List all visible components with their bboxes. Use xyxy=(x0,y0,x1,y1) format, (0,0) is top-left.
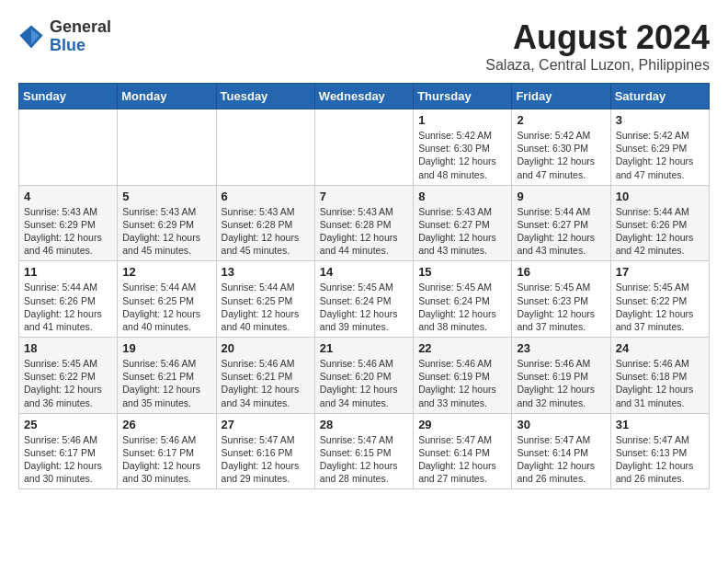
day-number: 8 xyxy=(418,190,506,203)
day-info: Sunrise: 5:46 AMSunset: 6:20 PMDaylight:… xyxy=(320,357,408,409)
week-row-5: 25Sunrise: 5:46 AMSunset: 6:17 PMDayligh… xyxy=(19,413,710,489)
logo-blue-text: Blue xyxy=(50,36,85,54)
day-cell: 9Sunrise: 5:44 AMSunset: 6:27 PMDaylight… xyxy=(512,185,610,261)
weekday-header-thursday: Thursday xyxy=(414,84,512,109)
day-info: Sunrise: 5:47 AMSunset: 6:13 PMDaylight:… xyxy=(616,433,704,486)
day-cell: 7Sunrise: 5:43 AMSunset: 6:28 PMDaylight… xyxy=(314,185,413,261)
day-number: 18 xyxy=(24,341,112,355)
calendar-header: SundayMondayTuesdayWednesdayThursdayFrid… xyxy=(19,84,710,109)
day-number: 10 xyxy=(616,190,704,203)
day-cell: 8Sunrise: 5:43 AMSunset: 6:27 PMDaylight… xyxy=(414,185,512,261)
day-info: Sunrise: 5:47 AMSunset: 6:15 PMDaylight:… xyxy=(320,433,408,486)
day-info: Sunrise: 5:47 AMSunset: 6:16 PMDaylight:… xyxy=(222,433,310,486)
day-cell: 11Sunrise: 5:44 AMSunset: 6:26 PMDayligh… xyxy=(19,261,118,338)
day-cell: 15Sunrise: 5:45 AMSunset: 6:24 PMDayligh… xyxy=(414,261,512,338)
day-info: Sunrise: 5:43 AMSunset: 6:28 PMDaylight:… xyxy=(222,205,310,258)
day-cell: 12Sunrise: 5:44 AMSunset: 6:25 PMDayligh… xyxy=(118,261,216,338)
day-number: 2 xyxy=(517,113,605,127)
header: General Blue August 2024 Salaza, Central… xyxy=(18,18,710,74)
day-cell: 10Sunrise: 5:44 AMSunset: 6:26 PMDayligh… xyxy=(610,185,709,261)
day-info: Sunrise: 5:43 AMSunset: 6:27 PMDaylight:… xyxy=(418,205,506,258)
logo-icon xyxy=(18,24,44,50)
day-cell: 26Sunrise: 5:46 AMSunset: 6:17 PMDayligh… xyxy=(118,413,216,489)
day-number: 26 xyxy=(122,418,210,431)
day-info: Sunrise: 5:42 AMSunset: 6:29 PMDaylight:… xyxy=(616,129,704,181)
day-number: 9 xyxy=(517,190,605,203)
day-number: 3 xyxy=(616,113,704,127)
day-number: 25 xyxy=(24,418,112,431)
week-row-2: 4Sunrise: 5:43 AMSunset: 6:29 PMDaylight… xyxy=(19,185,710,261)
day-info: Sunrise: 5:46 AMSunset: 6:19 PMDaylight:… xyxy=(517,357,605,409)
day-number: 21 xyxy=(320,341,408,355)
day-cell: 16Sunrise: 5:45 AMSunset: 6:23 PMDayligh… xyxy=(512,261,610,338)
day-cell: 21Sunrise: 5:46 AMSunset: 6:20 PMDayligh… xyxy=(314,338,413,414)
day-info: Sunrise: 5:44 AMSunset: 6:26 PMDaylight:… xyxy=(24,281,112,333)
day-info: Sunrise: 5:46 AMSunset: 6:17 PMDaylight:… xyxy=(122,433,210,486)
day-cell: 17Sunrise: 5:45 AMSunset: 6:22 PMDayligh… xyxy=(610,261,709,338)
day-info: Sunrise: 5:42 AMSunset: 6:30 PMDaylight:… xyxy=(418,129,506,181)
day-number: 29 xyxy=(418,418,506,431)
day-number: 24 xyxy=(616,341,704,355)
day-cell: 25Sunrise: 5:46 AMSunset: 6:17 PMDayligh… xyxy=(19,413,118,489)
day-number: 4 xyxy=(24,190,112,203)
day-cell: 14Sunrise: 5:45 AMSunset: 6:24 PMDayligh… xyxy=(314,261,413,338)
day-cell: 22Sunrise: 5:46 AMSunset: 6:19 PMDayligh… xyxy=(414,338,512,414)
day-number: 13 xyxy=(222,265,310,279)
day-info: Sunrise: 5:47 AMSunset: 6:14 PMDaylight:… xyxy=(517,433,605,486)
day-number: 15 xyxy=(418,265,506,279)
day-cell: 3Sunrise: 5:42 AMSunset: 6:29 PMDaylight… xyxy=(610,109,709,186)
calendar-table: SundayMondayTuesdayWednesdayThursdayFrid… xyxy=(18,83,710,489)
day-number: 16 xyxy=(517,265,605,279)
day-info: Sunrise: 5:42 AMSunset: 6:30 PMDaylight:… xyxy=(517,129,605,181)
day-info: Sunrise: 5:47 AMSunset: 6:14 PMDaylight:… xyxy=(418,433,506,486)
week-row-1: 1Sunrise: 5:42 AMSunset: 6:30 PMDaylight… xyxy=(19,109,710,186)
day-number: 28 xyxy=(320,418,408,431)
day-cell: 30Sunrise: 5:47 AMSunset: 6:14 PMDayligh… xyxy=(512,413,610,489)
week-row-4: 18Sunrise: 5:45 AMSunset: 6:22 PMDayligh… xyxy=(19,338,710,414)
day-number: 22 xyxy=(418,341,506,355)
day-cell: 19Sunrise: 5:46 AMSunset: 6:21 PMDayligh… xyxy=(118,338,216,414)
day-info: Sunrise: 5:46 AMSunset: 6:21 PMDaylight:… xyxy=(222,357,310,409)
location: Salaza, Central Luzon, Philippines xyxy=(485,57,710,74)
day-info: Sunrise: 5:46 AMSunset: 6:21 PMDaylight:… xyxy=(122,357,210,409)
weekday-header-tuesday: Tuesday xyxy=(216,84,314,109)
day-cell: 5Sunrise: 5:43 AMSunset: 6:29 PMDaylight… xyxy=(118,185,216,261)
day-cell: 28Sunrise: 5:47 AMSunset: 6:15 PMDayligh… xyxy=(314,413,413,489)
logo-general-text: General xyxy=(50,17,111,36)
weekday-row: SundayMondayTuesdayWednesdayThursdayFrid… xyxy=(19,84,710,109)
weekday-header-sunday: Sunday xyxy=(19,84,118,109)
calendar-body: 1Sunrise: 5:42 AMSunset: 6:30 PMDaylight… xyxy=(19,109,710,489)
day-info: Sunrise: 5:44 AMSunset: 6:26 PMDaylight:… xyxy=(616,205,704,258)
day-number: 7 xyxy=(320,190,408,203)
weekday-header-monday: Monday xyxy=(118,84,216,109)
day-info: Sunrise: 5:44 AMSunset: 6:25 PMDaylight:… xyxy=(222,281,310,333)
day-cell xyxy=(118,109,216,186)
day-cell: 6Sunrise: 5:43 AMSunset: 6:28 PMDaylight… xyxy=(216,185,314,261)
day-cell xyxy=(314,109,413,186)
day-cell xyxy=(19,109,118,186)
day-cell: 31Sunrise: 5:47 AMSunset: 6:13 PMDayligh… xyxy=(610,413,709,489)
day-number: 11 xyxy=(24,265,112,279)
day-number: 1 xyxy=(418,113,506,127)
day-info: Sunrise: 5:43 AMSunset: 6:29 PMDaylight:… xyxy=(122,205,210,258)
day-info: Sunrise: 5:43 AMSunset: 6:29 PMDaylight:… xyxy=(24,205,112,258)
day-cell: 23Sunrise: 5:46 AMSunset: 6:19 PMDayligh… xyxy=(512,338,610,414)
day-number: 23 xyxy=(517,341,605,355)
title-area: August 2024 Salaza, Central Luzon, Phili… xyxy=(485,18,710,74)
day-info: Sunrise: 5:43 AMSunset: 6:28 PMDaylight:… xyxy=(320,205,408,258)
day-cell xyxy=(216,109,314,186)
day-number: 12 xyxy=(122,265,210,279)
day-info: Sunrise: 5:46 AMSunset: 6:18 PMDaylight:… xyxy=(616,357,704,409)
day-cell: 20Sunrise: 5:46 AMSunset: 6:21 PMDayligh… xyxy=(216,338,314,414)
day-number: 14 xyxy=(320,265,408,279)
day-info: Sunrise: 5:46 AMSunset: 6:19 PMDaylight:… xyxy=(418,357,506,409)
logo: General Blue xyxy=(18,18,111,55)
weekday-header-saturday: Saturday xyxy=(610,84,709,109)
day-cell: 1Sunrise: 5:42 AMSunset: 6:30 PMDaylight… xyxy=(414,109,512,186)
weekday-header-wednesday: Wednesday xyxy=(314,84,413,109)
day-cell: 18Sunrise: 5:45 AMSunset: 6:22 PMDayligh… xyxy=(19,338,118,414)
day-cell: 29Sunrise: 5:47 AMSunset: 6:14 PMDayligh… xyxy=(414,413,512,489)
day-cell: 27Sunrise: 5:47 AMSunset: 6:16 PMDayligh… xyxy=(216,413,314,489)
day-number: 27 xyxy=(222,418,310,431)
day-info: Sunrise: 5:45 AMSunset: 6:23 PMDaylight:… xyxy=(517,281,605,333)
